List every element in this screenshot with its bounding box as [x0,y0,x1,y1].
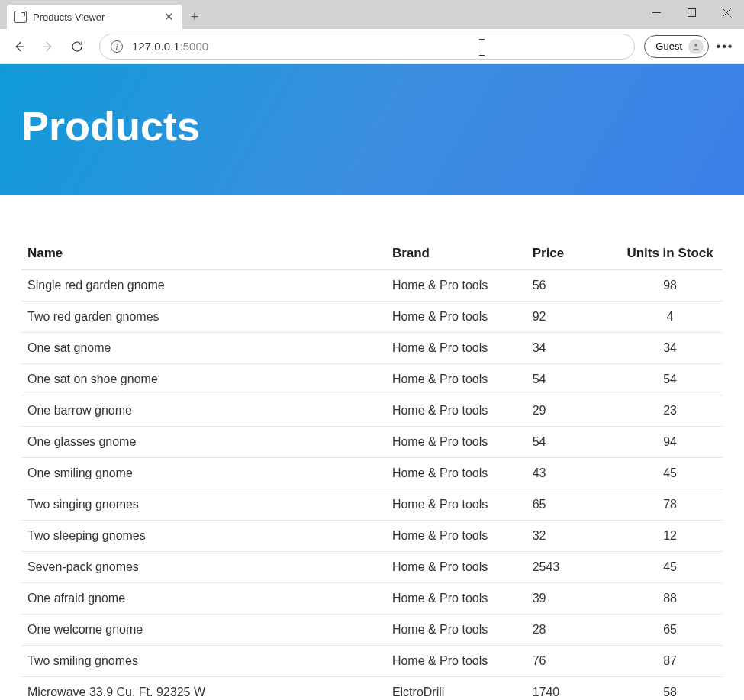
forward-button[interactable] [35,34,61,60]
cell-price: 92 [527,302,617,333]
cell-price: 39 [527,583,617,615]
cell-name: Two red garden gnomes [21,302,386,333]
close-window-button[interactable] [709,0,744,24]
browser-toolbar: i 127.0.0.1:5000 Guest ••• [0,29,744,64]
cell-units: 45 [617,458,723,489]
cell-brand: Home & Pro tools [386,552,527,583]
minimize-button[interactable] [639,0,674,24]
cell-units: 23 [617,395,723,427]
table-row: Two smiling gnomesHome & Pro tools7687 [21,646,723,677]
cell-units: 94 [617,427,723,458]
address-bar[interactable]: i 127.0.0.1:5000 [99,34,635,60]
cell-brand: Home & Pro tools [386,302,527,333]
cell-price: 56 [527,269,617,302]
browser-tab[interactable]: Products Viewer ✕ [7,5,182,29]
cell-units: 98 [617,269,723,302]
cell-price: 76 [527,646,617,677]
cell-price: 54 [527,427,617,458]
table-row: One smiling gnomeHome & Pro tools4345 [21,458,723,489]
cell-name: One barrow gnome [21,395,386,427]
svg-point-6 [694,44,697,47]
cell-units: 45 [617,552,723,583]
cell-units: 88 [617,583,723,615]
maximize-button[interactable] [674,0,709,24]
table-row: Two red garden gnomesHome & Pro tools924 [21,302,723,333]
cell-price: 34 [527,333,617,364]
cell-units: 58 [617,677,723,701]
table-row: One sat gnomeHome & Pro tools3434 [21,333,723,364]
table-row: One sat on shoe gnomeHome & Pro tools545… [21,364,723,395]
cell-price: 54 [527,364,617,395]
table-row: One glasses gnomeHome & Pro tools5494 [21,427,723,458]
cell-brand: Home & Pro tools [386,333,527,364]
cell-brand: Home & Pro tools [386,427,527,458]
cell-units: 87 [617,646,723,677]
col-header-name: Name [21,238,386,269]
cell-price: 2543 [527,552,617,583]
page-viewport[interactable]: Products Name Brand Price Units in Stock… [0,64,744,700]
avatar-icon [688,39,704,54]
page-content: Name Brand Price Units in Stock Single r… [0,195,744,700]
cell-name: Two smiling gnomes [21,646,386,677]
cell-brand: Home & Pro tools [386,521,527,552]
cell-name: Single red garden gnome [21,269,386,302]
cell-brand: Home & Pro tools [386,458,527,489]
col-header-brand: Brand [386,238,527,269]
cell-units: 34 [617,333,723,364]
table-row: Two singing gnomesHome & Pro tools6578 [21,489,723,521]
more-menu-button[interactable]: ••• [712,34,738,60]
cell-brand: Home & Pro tools [386,269,527,302]
cell-units: 4 [617,302,723,333]
cell-name: One afraid gnome [21,583,386,615]
svg-rect-1 [688,8,695,16]
cell-brand: Home & Pro tools [386,395,527,427]
cell-name: Two singing gnomes [21,489,386,521]
cell-brand: Home & Pro tools [386,489,527,521]
cell-brand: Home & Pro tools [386,646,527,677]
page-icon [14,11,27,23]
table-row: One barrow gnomeHome & Pro tools2923 [21,395,723,427]
cell-name: Seven-pack gnomes [21,552,386,583]
cell-price: 28 [527,615,617,646]
table-row: One afraid gnomeHome & Pro tools3988 [21,583,723,615]
text-cursor-icon [482,40,482,54]
table-header-row: Name Brand Price Units in Stock [21,238,723,269]
cell-price: 32 [527,521,617,552]
table-row: Single red garden gnomeHome & Pro tools5… [21,269,723,302]
cell-price: 43 [527,458,617,489]
cell-price: 29 [527,395,617,427]
cell-name: One glasses gnome [21,427,386,458]
products-table: Name Brand Price Units in Stock Single r… [21,238,723,700]
site-info-icon[interactable]: i [111,40,123,53]
cell-name: One welcome gnome [21,615,386,646]
cell-price: 65 [527,489,617,521]
cell-brand: ElctroDrill [386,677,527,701]
refresh-button[interactable] [64,34,90,60]
window-controls [639,0,744,24]
close-tab-button[interactable]: ✕ [163,11,175,23]
cell-units: 78 [617,489,723,521]
new-tab-button[interactable]: + [182,5,207,29]
cell-name: One sat gnome [21,333,386,364]
table-row: One welcome gnomeHome & Pro tools2865 [21,615,723,646]
col-header-price: Price [527,238,617,269]
table-row: Microwave 33.9 Cu. Ft. 92325 WElctroDril… [21,677,723,701]
cell-units: 12 [617,521,723,552]
cell-brand: Home & Pro tools [386,615,527,646]
cell-brand: Home & Pro tools [386,583,527,615]
col-header-units: Units in Stock [617,238,723,269]
table-row: Two sleeping gnomesHome & Pro tools3212 [21,521,723,552]
page-title: Products [21,102,723,150]
tab-title: Products Viewer [33,11,163,23]
back-button[interactable] [6,34,32,60]
cell-price: 1740 [527,677,617,701]
page-hero: Products [0,64,744,195]
cell-units: 54 [617,364,723,395]
profile-button[interactable]: Guest [644,35,709,58]
window-titlebar: Products Viewer ✕ + [0,0,744,29]
cell-name: One sat on shoe gnome [21,364,386,395]
cell-name: One smiling gnome [21,458,386,489]
cell-name: Two sleeping gnomes [21,521,386,552]
cell-name: Microwave 33.9 Cu. Ft. 92325 W [21,677,386,701]
url-host: 127.0.0.1 [132,40,180,53]
